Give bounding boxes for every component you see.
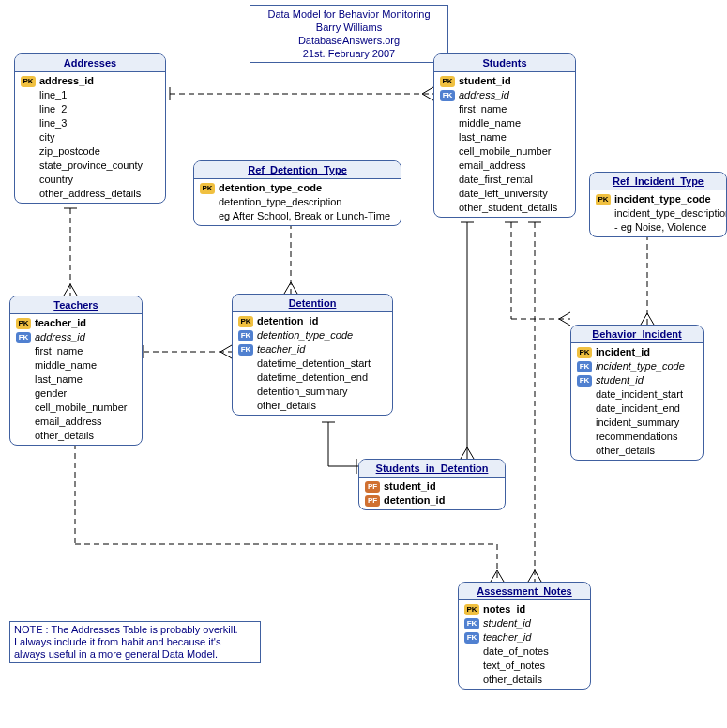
field: date_first_rental	[459, 173, 533, 187]
entity-header: Teachers	[10, 296, 142, 314]
pk-icon: PK	[21, 76, 36, 87]
note-line: NOTE : The Addresses Table is probably o…	[14, 624, 256, 636]
field: detention_summary	[257, 385, 348, 399]
pk-icon: PK	[464, 604, 479, 615]
field: first_name	[35, 344, 83, 358]
svg-line-43	[491, 570, 497, 582]
entity-header: Detention	[233, 295, 392, 312]
note-line: I always include it from habit and becau…	[14, 636, 256, 648]
field: teacher_id	[483, 630, 531, 645]
entity-behavior-incident: Behavior_Incident PKincident_id FKincide…	[570, 325, 704, 461]
svg-line-37	[528, 570, 535, 582]
fk-icon: FK	[238, 330, 253, 341]
pk-icon: PK	[238, 316, 253, 327]
fk-icon: FK	[440, 90, 455, 101]
field: teacher_id	[35, 316, 86, 330]
field: text_of_notes	[483, 659, 545, 673]
diagram-title: Data Model for Behavior Monitoring Barry…	[250, 5, 448, 63]
field: address_id	[459, 88, 509, 102]
svg-line-7	[70, 284, 77, 296]
field: zip_postcode	[39, 144, 100, 159]
entity-header: Ref_Incident_Type	[590, 173, 726, 190]
field: other_address_details	[39, 187, 141, 201]
svg-line-2	[422, 87, 433, 94]
field: student_id	[483, 616, 531, 630]
field: other_details	[596, 444, 655, 458]
field: cell_mobile_number	[459, 144, 551, 159]
fk-icon: FK	[577, 361, 592, 372]
svg-line-29	[559, 312, 570, 319]
pf-icon: PF	[365, 495, 380, 507]
svg-line-10	[220, 345, 232, 352]
entity-students-in-detention: Students_in_Detention PFstudent_id PFdet…	[358, 459, 506, 510]
field: line_2	[39, 102, 67, 116]
field: detention_type_description	[219, 195, 341, 209]
svg-line-25	[467, 447, 474, 459]
field: eg After School, Break or Lunch-Time	[219, 209, 390, 223]
entity-header: Students_in_Detention	[359, 460, 505, 478]
entity-assessment-notes: Assessment_Notes PKnotes_id FKstudent_id…	[458, 582, 591, 690]
entity-header: Addresses	[15, 54, 165, 72]
svg-line-11	[220, 352, 232, 358]
field: gender	[35, 387, 67, 401]
field: detention_type_code	[219, 181, 322, 195]
field: date_incident_start	[596, 387, 683, 402]
field: other_student_details	[459, 201, 557, 215]
svg-line-6	[64, 284, 70, 296]
diagram-note: NOTE : The Addresses Table is probably o…	[9, 621, 261, 663]
field: date_left_university	[459, 187, 548, 201]
title-line: Data Model for Behavior Monitoring	[256, 8, 442, 21]
field: notes_id	[483, 602, 525, 616]
fk-icon: FK	[464, 632, 479, 644]
fk-icon: FK	[577, 375, 592, 387]
field: line_3	[39, 116, 67, 130]
field: recommendations	[596, 430, 677, 444]
field: incident_type_code	[596, 359, 685, 373]
field: teacher_id	[257, 342, 305, 356]
svg-line-3	[422, 94, 433, 100]
fk-icon: FK	[16, 332, 31, 343]
entity-detention: Detention PKdetention_id FKdetention_typ…	[232, 294, 393, 416]
entity-students: Students PKstudent_id FKaddress_id first…	[433, 53, 576, 218]
field: state_province_county	[39, 159, 143, 173]
entity-header: Behavior_Incident	[571, 326, 703, 343]
field: date_incident_end	[596, 402, 680, 416]
fk-icon: FK	[464, 618, 479, 629]
field: - eg Noise, Violence	[614, 220, 706, 235]
title-line: DatabaseAnswers.org	[256, 34, 442, 47]
field: incident_type_code	[614, 192, 711, 206]
field: detention_type_code	[257, 328, 353, 342]
pk-icon: PK	[440, 76, 455, 87]
pk-icon: PK	[596, 194, 611, 205]
entity-ref-incident-type: Ref_Incident_Type PKincident_type_code i…	[589, 172, 727, 237]
svg-line-30	[559, 319, 570, 326]
title-line: 21st. February 2007	[256, 47, 442, 60]
field: date_of_notes	[483, 645, 549, 659]
pf-icon: PF	[365, 481, 380, 493]
svg-line-33	[641, 313, 647, 325]
fk-icon: FK	[238, 344, 253, 356]
svg-line-38	[535, 570, 541, 582]
field: last_name	[35, 372, 83, 387]
pk-icon: PK	[577, 347, 592, 358]
field: address_id	[35, 330, 85, 344]
entity-addresses: Addresses PKaddress_id line_1 line_2 lin…	[14, 53, 166, 204]
field: student_id	[596, 373, 644, 387]
field: middle_name	[459, 116, 521, 130]
field: middle_name	[35, 358, 97, 372]
field: line_1	[39, 88, 67, 102]
field: student_id	[459, 74, 511, 88]
entity-ref-detention-type: Ref_Detention_Type PKdetention_type_code…	[193, 160, 401, 226]
svg-line-24	[461, 447, 467, 459]
field: address_id	[39, 74, 94, 88]
field: country	[39, 173, 73, 187]
field: incident_summary	[596, 416, 679, 430]
pk-icon: PK	[200, 183, 215, 194]
field: cell_mobile_number	[35, 401, 127, 415]
svg-line-15	[291, 282, 297, 294]
field: incident_id	[596, 345, 650, 359]
field: city	[39, 130, 55, 144]
field: email_address	[35, 415, 102, 429]
svg-line-44	[497, 570, 504, 582]
field: other_details	[483, 673, 542, 687]
